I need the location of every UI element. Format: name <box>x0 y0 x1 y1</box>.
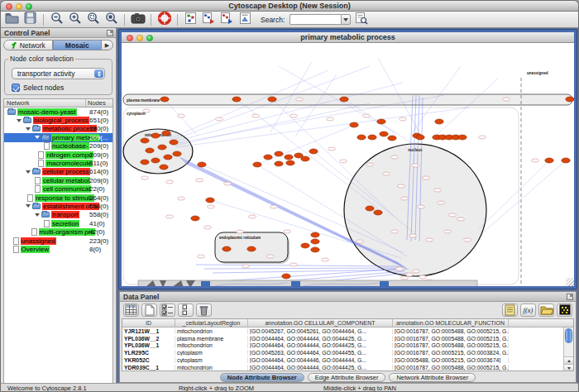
select-attributes-button[interactable] <box>160 304 175 317</box>
graph-node[interactable] <box>282 274 290 279</box>
tab-overflow-button[interactable]: ▶ <box>102 40 113 50</box>
graph-node[interactable] <box>301 243 309 248</box>
graph-node-label[interactable] <box>198 255 205 258</box>
graph-node-label[interactable] <box>398 184 405 188</box>
graph-node-label[interactable] <box>383 172 390 175</box>
tab-network[interactable]: Network <box>3 40 53 50</box>
graph-node-label[interactable] <box>249 215 256 218</box>
table-cell[interactable]: [GO:0044464, GO:0044444, GO:0044425, G..… <box>248 342 393 348</box>
graph-node-label[interactable] <box>178 197 185 200</box>
graph-node[interactable] <box>301 156 309 161</box>
graph-node[interactable] <box>311 232 319 237</box>
tree-item-nucleobase-[interactable]: nucleobase-209(0) <box>4 142 112 151</box>
graph-node-label[interactable] <box>464 238 471 241</box>
graph-edge[interactable] <box>213 270 406 273</box>
graph-node[interactable] <box>146 148 154 153</box>
table-row[interactable]: YPL036W__1mitochondrion[GO:0044464, GO:0… <box>122 342 573 350</box>
graph-node-label[interactable] <box>401 276 409 280</box>
graph-node[interactable] <box>247 246 256 251</box>
graph-edge[interactable] <box>221 269 403 281</box>
tree-item-multi-organism-pro[interactable]: multi-organism pro42(0) <box>4 227 112 236</box>
float-panel-icon[interactable] <box>107 30 113 36</box>
graph-node-label[interactable] <box>166 180 174 184</box>
scroll-down-button[interactable] <box>564 364 574 371</box>
table-cell[interactable]: [GO:0016787, GO:0005488, GO:0005215, G..… <box>393 365 509 370</box>
zoom-fit-button[interactable] <box>103 12 119 26</box>
graph-node-label[interactable] <box>284 230 291 233</box>
network-canvas[interactable]: plasma membranecytoplasmmitochondrionnuc… <box>122 43 574 286</box>
graph-node-label[interactable] <box>237 230 244 233</box>
tab-edge-attribute-browser[interactable]: Edge Attribute Browser <box>308 373 386 382</box>
tree-item-unassigned[interactable]: unassigned223(0) <box>4 237 112 245</box>
graph-node-label[interactable] <box>503 98 510 101</box>
graph-node-label[interactable] <box>363 114 371 117</box>
table-cell[interactable]: YKR052C <box>122 357 175 363</box>
graph-node-label[interactable] <box>340 160 347 163</box>
graph-node[interactable] <box>458 135 467 140</box>
graph-node[interactable] <box>160 97 169 102</box>
report-button[interactable] <box>502 304 518 317</box>
zoom-selected-button[interactable] <box>85 12 101 26</box>
column-header[interactable]: ID <box>122 319 175 327</box>
graph-node[interactable] <box>264 155 272 160</box>
zoom-out-button[interactable] <box>49 12 65 26</box>
network-view-frame[interactable]: primary metabolic process plasma membran… <box>119 30 577 289</box>
tree-item-overview[interactable]: Overview8(0) <box>4 245 112 253</box>
graph-node[interactable] <box>388 136 396 141</box>
resize-grip[interactable] <box>566 278 574 286</box>
graph-node-label[interactable] <box>290 114 298 117</box>
graph-node-label[interactable] <box>400 117 407 121</box>
graph-edge[interactable] <box>171 83 403 142</box>
graph-node-label[interactable] <box>396 267 404 270</box>
graph-node[interactable] <box>285 155 293 160</box>
table-cell[interactable]: mitochondrion <box>175 365 248 370</box>
graph-node[interactable] <box>206 198 214 203</box>
graph-edge[interactable] <box>175 103 370 146</box>
table-cell[interactable]: YPL036W__1 <box>122 342 175 348</box>
graph-node[interactable] <box>286 160 294 165</box>
graph-node-label[interactable] <box>449 213 457 217</box>
tree-item-establishment-of-lo[interactable]: establishment of lo558(0) <box>4 202 112 210</box>
tree-column-network[interactable]: Network <box>4 99 86 107</box>
table-cell[interactable]: YJR121W__1 <box>122 328 175 334</box>
graph-node-label[interactable] <box>419 275 427 279</box>
node-color-dropdown[interactable]: transporter activity <box>12 68 105 79</box>
tab-network-attribute-browser[interactable]: Network Attribute Browser <box>389 373 476 382</box>
new-attribute-button[interactable] <box>141 304 157 317</box>
graph-node[interactable] <box>340 97 348 102</box>
graph-node[interactable] <box>158 145 166 150</box>
graph-node[interactable] <box>368 135 376 140</box>
graph-node-label[interactable] <box>322 258 329 261</box>
graph-node-label[interactable] <box>457 218 465 221</box>
graph-node-label[interactable] <box>413 270 420 273</box>
table-cell[interactable]: mitochondrion <box>175 328 248 334</box>
tab-node-attribute-browser[interactable]: Node Attribute Browser <box>220 373 304 382</box>
help-button[interactable] <box>156 12 172 26</box>
function-button[interactable]: f(x) <box>520 304 536 317</box>
tree-column-nodes[interactable]: Nodes <box>86 99 112 107</box>
graph-node-label[interactable] <box>242 265 250 268</box>
tree-item-metabolic-process[interactable]: metabolic process280(0) <box>4 125 112 133</box>
network-file-button[interactable] <box>183 12 199 26</box>
graph-node-label[interactable] <box>224 182 232 185</box>
graph-node[interactable] <box>170 140 178 145</box>
table-cell[interactable]: cytoplasm <box>175 350 248 356</box>
graph-node-label[interactable] <box>401 197 409 200</box>
delete-attribute-button[interactable] <box>196 304 212 317</box>
float-panel-icon[interactable] <box>567 294 573 300</box>
graph-node[interactable] <box>357 135 366 140</box>
tree-item-mosaic-demo-yeast[interactable]: mosaic-demo-yeast874(0) <box>4 108 112 116</box>
table-scrollbar[interactable] <box>563 327 573 371</box>
snapshot-button[interactable] <box>130 12 146 26</box>
tree-item-cellular-process[interactable]: cellular process614(0) <box>4 168 112 176</box>
graph-edge[interactable] <box>204 268 403 269</box>
scroll-up-button[interactable] <box>564 356 574 364</box>
column-header[interactable]: annotation.GO CELLULAR_COMPONENT <box>248 319 393 327</box>
graph-node[interactable] <box>562 158 570 163</box>
scrollbar-thumb[interactable] <box>565 328 572 343</box>
tree-item-primary-metabo[interactable]: primary metabo209(... <box>4 133 112 141</box>
expand-arrow-icon[interactable] <box>26 204 31 208</box>
tree-item-nitrogen-compo[interactable]: nitrogen compo209(0) <box>4 151 112 159</box>
search-dropdown-button[interactable] <box>341 14 351 25</box>
graph-node-label[interactable] <box>438 201 445 204</box>
